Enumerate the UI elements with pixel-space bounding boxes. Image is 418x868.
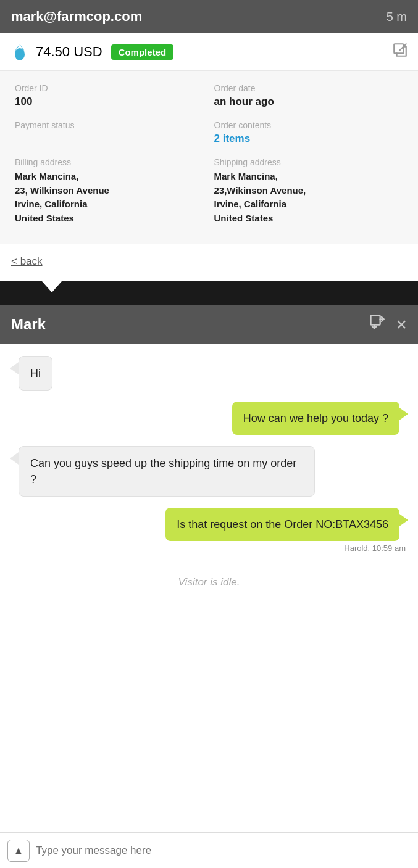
message-row: Hi (10, 356, 408, 391)
back-section: < back (0, 244, 418, 281)
chat-bubble-incoming: Hi (19, 356, 52, 391)
forward-icon[interactable] (369, 313, 386, 335)
chat-divider (0, 281, 418, 305)
expand-button[interactable]: ▲ (7, 840, 30, 862)
expand-icon: ▲ (14, 845, 23, 856)
bubble-arrow-left (10, 452, 19, 465)
svg-point-0 (15, 48, 25, 60)
chat-pointer-arrow (42, 281, 62, 292)
order-icon (10, 42, 30, 62)
billing-address-label: Billing address (15, 157, 204, 167)
chat-messages: Hi How can we help you today ? Can you g… (0, 344, 418, 832)
external-link-icon[interactable] (392, 42, 408, 62)
order-details-grid: Order ID 100 Order date an hour ago Paym… (0, 71, 418, 244)
customer-email: mark@farmcop.com (11, 9, 142, 25)
svg-rect-3 (371, 316, 380, 325)
back-link[interactable]: < back (11, 255, 43, 267)
close-icon[interactable]: × (396, 314, 407, 335)
message-text: Hi (30, 367, 41, 379)
bubble-arrow-left (10, 362, 19, 374)
chat-contact-name: Mark (11, 316, 369, 333)
time-ago: 5 m (387, 10, 407, 24)
bubble-arrow-right (399, 408, 408, 420)
order-amount: 74.50 USD (36, 44, 102, 60)
billing-address-value: Mark Mancina,23, Wilkinson AvenueIrvine,… (15, 170, 204, 225)
chat-bubble-incoming: Can you guys speed up the shipping time … (19, 446, 315, 497)
message-group-right: Is that request on the Order NO:BTAX3456… (10, 508, 408, 553)
order-summary-row: 74.50 USD Completed (0, 33, 418, 71)
chat-bubble-outgoing: How can we help you today ? (232, 402, 399, 435)
conversation-header: mark@farmcop.com 5 m (0, 0, 418, 33)
billing-address-cell: Billing address Mark Mancina,23, Wilkins… (10, 151, 209, 231)
bubble-arrow-right (399, 514, 408, 526)
order-contents-cell: Order contents 2 items (209, 114, 409, 151)
order-date-cell: Order date an hour ago (209, 77, 409, 114)
order-date-value: an hour ago (214, 96, 404, 108)
message-text: Is that request on the Order NO:BTAX3456 (177, 518, 388, 531)
payment-status-cell: Payment status (10, 114, 209, 151)
chat-bubble-outgoing: Is that request on the Order NO:BTAX3456 (165, 508, 399, 541)
visitor-status: Visitor is idle. (10, 564, 408, 595)
payment-status-label: Payment status (15, 120, 204, 130)
order-id-label: Order ID (15, 83, 204, 93)
message-text: Can you guys speed up the shipping time … (30, 457, 296, 486)
shipping-address-cell: Shipping address Mark Mancina,23,Wikinso… (209, 151, 409, 231)
chat-input-area: ▲ (0, 832, 418, 868)
order-contents-value[interactable]: 2 items (214, 133, 404, 145)
order-id-cell: Order ID 100 (10, 77, 209, 114)
shipping-address-label: Shipping address (214, 157, 404, 167)
order-status-badge: Completed (111, 44, 174, 60)
message-row: Is that request on the Order NO:BTAX3456 (165, 508, 408, 541)
message-meta: Harold, 10:59 am (344, 544, 408, 553)
message-row: How can we help you today ? (10, 402, 408, 435)
order-panel: 74.50 USD Completed Order ID 100 Order d… (0, 33, 418, 244)
order-date-label: Order date (214, 83, 404, 93)
order-id-value: 100 (15, 96, 204, 108)
chat-header: Mark × (0, 305, 418, 344)
shipping-address-value: Mark Mancina,23,Wikinson Avenue,Irvine, … (214, 170, 404, 225)
message-text: How can we help you today ? (243, 412, 388, 424)
message-row: Can you guys speed up the shipping time … (10, 446, 408, 497)
chat-action-buttons: × (369, 313, 407, 335)
order-contents-label: Order contents (214, 120, 404, 130)
message-input[interactable] (36, 845, 411, 857)
